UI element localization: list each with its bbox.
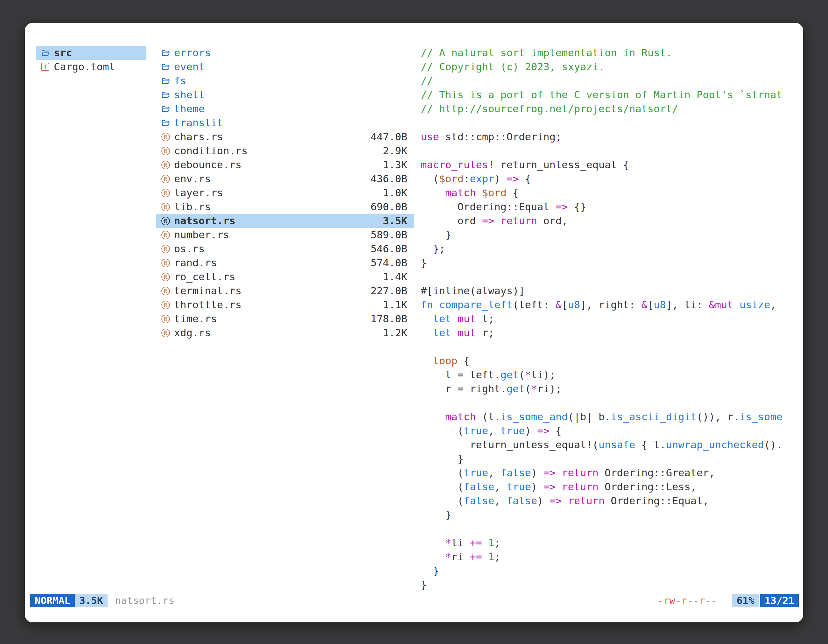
code-line <box>421 116 793 130</box>
parent-directory-pane: srcTCargo.toml <box>36 46 146 74</box>
code-line: ord => return ord, <box>421 214 793 228</box>
entry-name: os.rs <box>174 243 205 255</box>
dir-row[interactable]: src <box>36 46 146 60</box>
code-line: match $ord { <box>421 186 793 200</box>
rust-icon: R <box>160 147 171 155</box>
entry-size: 589.0B <box>370 229 407 241</box>
file-row[interactable]: Rnumber.rs589.0B <box>156 228 414 242</box>
entry-name: time.rs <box>174 313 217 325</box>
rust-icon: R <box>160 301 171 309</box>
code-line: fn compare_left(left: &[u8], right: &[u8… <box>421 298 793 312</box>
file-row[interactable]: Rtime.rs178.0B <box>156 312 414 326</box>
folder-open-icon <box>160 77 171 85</box>
dir-row[interactable]: translit <box>156 116 414 130</box>
entry-size: 1.3K <box>383 159 407 171</box>
entry-size: 1.4K <box>383 271 407 283</box>
entry-name: chars.rs <box>174 131 223 143</box>
entry-name: src <box>54 47 72 59</box>
code-line: // A natural sort implementation in Rust… <box>421 46 793 60</box>
entry-name: fs <box>174 75 187 87</box>
folder-open-icon <box>160 91 171 99</box>
rust-icon: R <box>160 329 171 337</box>
entry-size: 1.2K <box>383 327 407 339</box>
code-line: Ordering::Equal => {} <box>421 200 793 214</box>
file-row[interactable]: Rrand.rs574.0B <box>156 256 414 270</box>
code-line <box>421 144 793 158</box>
current-directory-pane: errorseventfsshellthemetranslitRchars.rs… <box>156 46 414 340</box>
file-row[interactable]: Ros.rs546.0B <box>156 242 414 256</box>
code-line: use std::cmp::Ordering; <box>421 130 793 144</box>
rust-icon: R <box>160 133 171 141</box>
dir-row[interactable]: errors <box>156 46 414 60</box>
file-size-badge: 3.5K <box>75 594 108 607</box>
rust-icon: R <box>160 245 171 253</box>
file-row[interactable]: Rcondition.rs2.9K <box>156 144 414 158</box>
entry-size: 3.5K <box>383 215 407 227</box>
file-row[interactable]: Renv.rs436.0B <box>156 172 414 186</box>
code-line <box>421 340 793 354</box>
file-row[interactable]: Rlib.rs690.0B <box>156 200 414 214</box>
entry-size: 1.0K <box>383 187 407 199</box>
code-line: r = right.get(*ri); <box>421 382 793 396</box>
code-line: // Copyright (c) 2023, sxyazi. <box>421 60 793 74</box>
scroll-percent-badge: 61% <box>732 594 759 607</box>
rust-icon: R <box>160 273 171 281</box>
entry-name: event <box>174 61 205 73</box>
file-row[interactable]: Rlayer.rs1.0K <box>156 186 414 200</box>
entry-name: natsort.rs <box>174 215 235 227</box>
entry-size: 2.9K <box>383 145 407 157</box>
folder-open-icon <box>160 119 171 127</box>
entry-name: translit <box>174 117 223 129</box>
entry-size: 690.0B <box>370 201 407 213</box>
entry-size: 436.0B <box>370 173 407 185</box>
folder-open-icon <box>160 105 171 113</box>
entry-name: xdg.rs <box>174 327 211 339</box>
entry-name: errors <box>174 47 211 59</box>
code-line <box>421 270 793 284</box>
dir-row[interactable]: shell <box>156 88 414 102</box>
file-row[interactable]: Rterminal.rs227.0B <box>156 284 414 298</box>
code-line: // This is a port of the C version of Ma… <box>421 88 793 102</box>
entry-name: rand.rs <box>174 257 217 269</box>
code-line: // http://sourcefrog.net/projects/natsor… <box>421 102 793 116</box>
code-line: } <box>421 452 793 466</box>
dir-row[interactable]: event <box>156 60 414 74</box>
file-row[interactable]: Rxdg.rs1.2K <box>156 326 414 340</box>
file-row[interactable]: TCargo.toml <box>36 60 146 74</box>
rust-icon: R <box>160 161 171 169</box>
code-line: } <box>421 508 793 522</box>
file-row[interactable]: Rro_cell.rs1.4K <box>156 270 414 284</box>
file-row[interactable]: Rdebounce.rs1.3K <box>156 158 414 172</box>
status-filename: natsort.rs <box>115 595 175 606</box>
entry-name: layer.rs <box>174 187 223 199</box>
code-line: } <box>421 578 793 592</box>
rust-icon: R <box>160 315 171 323</box>
entry-name: ro_cell.rs <box>174 271 235 283</box>
code-line: loop { <box>421 354 793 368</box>
file-row[interactable]: Rnatsort.rs3.5K <box>156 214 414 228</box>
code-line: } <box>421 564 793 578</box>
dir-row[interactable]: fs <box>156 74 414 88</box>
entry-name: condition.rs <box>174 145 248 157</box>
entry-name: terminal.rs <box>174 285 242 297</box>
code-line: (false, false) => return Ordering::Equal… <box>421 494 793 508</box>
code-line: (true, false) => return Ordering::Greate… <box>421 466 793 480</box>
code-line: (true, true) => { <box>421 424 793 438</box>
rust-icon: R <box>160 175 171 183</box>
code-line: return_unless_equal!(unsafe { l.unwrap_u… <box>421 438 793 452</box>
rust-icon: R <box>160 231 171 239</box>
code-line: match (l.is_some_and(|b| b.is_ascii_digi… <box>421 410 793 424</box>
file-row[interactable]: Rchars.rs447.0B <box>156 130 414 144</box>
code-line: macro_rules! return_unless_equal { <box>421 158 793 172</box>
entry-name: number.rs <box>174 229 229 241</box>
code-line: (false, true) => return Ordering::Less, <box>421 480 793 494</box>
file-row[interactable]: Rthrottle.rs1.1K <box>156 298 414 312</box>
entry-name: lib.rs <box>174 201 211 213</box>
dir-row[interactable]: theme <box>156 102 414 116</box>
code-line: }; <box>421 242 793 256</box>
mode-badge: NORMAL <box>30 594 75 607</box>
yazi-file-manager-window: srcTCargo.toml errorseventfsshellthemetr… <box>25 23 803 622</box>
code-line <box>421 522 793 536</box>
rust-icon: R <box>160 203 171 211</box>
code-line: *ri += 1; <box>421 550 793 564</box>
